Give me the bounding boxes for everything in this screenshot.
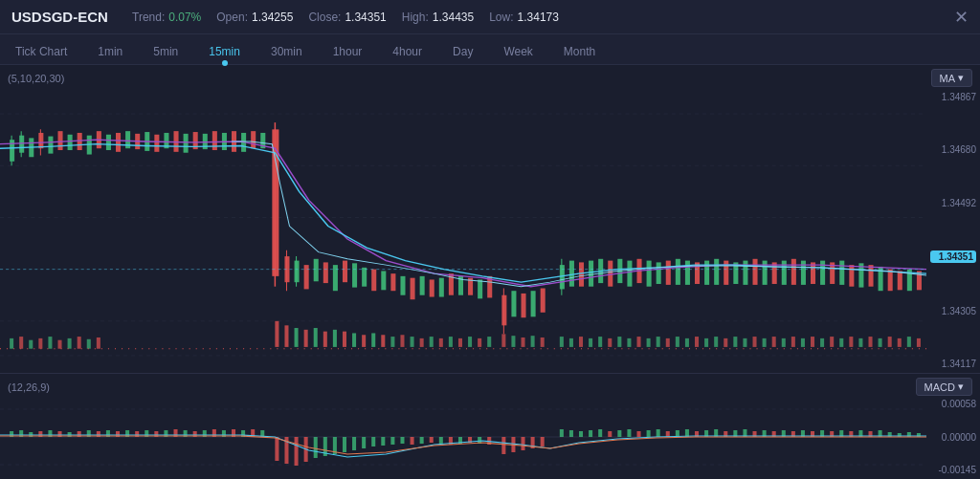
svg-rect-24 [154, 135, 159, 152]
close-value: 1.34351 [345, 11, 386, 24]
svg-rect-155 [647, 338, 651, 347]
tab-tick[interactable]: Tick Chart [0, 41, 82, 62]
svg-rect-85 [714, 259, 719, 285]
tab-1hour[interactable]: 1hour [318, 41, 378, 62]
low-label: Low: [489, 11, 513, 24]
svg-rect-161 [704, 338, 708, 347]
svg-rect-80 [666, 261, 671, 285]
svg-rect-126 [352, 333, 356, 346]
svg-rect-168 [772, 337, 776, 347]
svg-rect-70 [569, 261, 574, 287]
macd-level-mid: 0.00000 [930, 432, 976, 443]
svg-rect-173 [820, 338, 824, 347]
svg-rect-50 [381, 271, 386, 290]
svg-rect-246 [598, 429, 602, 437]
svg-rect-89 [753, 259, 758, 285]
close-button[interactable]: ✕ [954, 9, 969, 26]
svg-rect-138 [468, 337, 472, 347]
tab-30min[interactable]: 30min [256, 41, 318, 62]
svg-rect-74 [608, 261, 612, 287]
svg-rect-119 [284, 325, 288, 347]
svg-rect-82 [685, 261, 690, 285]
svg-rect-44 [323, 262, 328, 283]
svg-rect-172 [811, 337, 814, 347]
svg-rect-66 [531, 291, 536, 316]
svg-rect-183 [917, 338, 921, 347]
svg-rect-72 [589, 261, 593, 287]
svg-rect-118 [275, 321, 278, 347]
svg-rect-171 [801, 338, 805, 347]
close-label: Close: [308, 11, 341, 24]
chart-label-row: (5,10,20,30) MA ▾ [0, 65, 980, 91]
svg-rect-86 [724, 261, 728, 285]
low-stat: Low: 1.34173 [489, 11, 559, 24]
timeframe-tabs: Tick Chart1min5min15min30min1hour4hourDa… [0, 34, 980, 65]
price-current: 1.34351 [930, 250, 976, 263]
svg-rect-135 [439, 338, 443, 347]
svg-rect-98 [839, 261, 844, 285]
svg-rect-174 [830, 337, 834, 347]
tab-4hour[interactable]: 4hour [377, 41, 437, 62]
svg-rect-147 [569, 338, 573, 347]
svg-rect-251 [647, 430, 651, 437]
svg-rect-124 [333, 330, 337, 347]
svg-rect-225 [381, 437, 385, 446]
svg-rect-14 [58, 131, 63, 150]
svg-rect-228 [411, 437, 414, 445]
macd-svg-container [0, 395, 926, 479]
svg-rect-163 [724, 338, 727, 347]
svg-rect-64 [511, 291, 516, 316]
svg-rect-242 [560, 429, 564, 437]
tab-15min[interactable]: 15min [193, 41, 256, 62]
tab-week[interactable]: Week [488, 41, 547, 62]
svg-rect-157 [666, 338, 670, 347]
svg-rect-231 [439, 437, 443, 444]
svg-rect-146 [560, 337, 564, 347]
price-2: 1.34680 [930, 144, 976, 155]
ma-indicator-button[interactable]: MA ▾ [931, 69, 973, 87]
macd-params: (12,26,9) [8, 381, 50, 393]
svg-rect-158 [676, 337, 679, 347]
svg-rect-111 [38, 338, 42, 349]
svg-rect-179 [879, 338, 882, 347]
svg-rect-145 [541, 337, 545, 347]
svg-rect-237 [501, 437, 505, 454]
svg-rect-250 [637, 431, 641, 437]
svg-rect-176 [849, 337, 853, 347]
svg-rect-60 [478, 279, 482, 298]
svg-rect-166 [753, 337, 757, 347]
svg-rect-153 [627, 338, 631, 347]
svg-rect-165 [743, 338, 746, 347]
tab-month[interactable]: Month [548, 41, 611, 62]
high-label: High: [402, 11, 429, 24]
tab-5min[interactable]: 5min [138, 41, 193, 62]
price-3: 1.34492 [930, 198, 976, 208]
svg-rect-154 [637, 337, 641, 347]
svg-rect-103 [888, 270, 893, 292]
svg-rect-141 [501, 334, 505, 347]
chart-area: (5,10,20,30) MA ▾ 1.34867 1.34680 1.3449… [0, 65, 980, 479]
trend-value: 0.07% [168, 11, 201, 24]
svg-rect-20 [116, 133, 121, 152]
tab-day[interactable]: Day [437, 41, 488, 62]
high-value: 1.34435 [433, 11, 474, 24]
svg-rect-214 [275, 437, 278, 461]
macd-level-bot: -0.00145 [930, 465, 976, 475]
svg-rect-230 [430, 437, 434, 443]
svg-rect-169 [782, 338, 786, 347]
svg-rect-218 [314, 437, 318, 458]
svg-rect-128 [371, 333, 375, 346]
macd-indicator-button[interactable]: MACD ▾ [916, 378, 972, 396]
header: USDSGD-ECN Trend: 0.07% Open: 1.34255 Cl… [0, 0, 980, 34]
svg-rect-144 [531, 336, 535, 347]
svg-rect-16 [78, 133, 82, 150]
svg-rect-122 [314, 328, 318, 347]
svg-rect-170 [791, 337, 795, 347]
tab-1min[interactable]: 1min [82, 41, 138, 62]
svg-rect-127 [362, 335, 366, 347]
svg-rect-167 [763, 338, 767, 347]
svg-rect-243 [569, 430, 573, 437]
svg-rect-71 [579, 262, 584, 286]
svg-rect-108 [10, 338, 13, 349]
svg-rect-216 [295, 437, 299, 466]
